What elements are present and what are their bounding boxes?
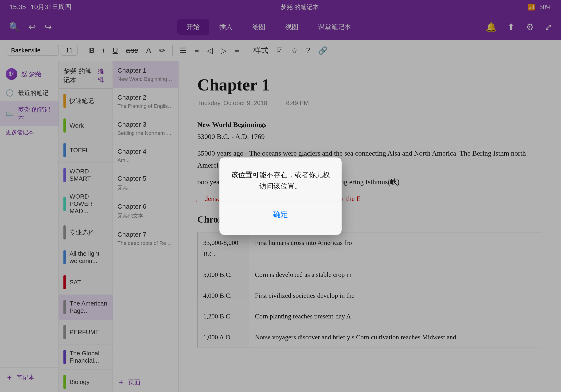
dialog-confirm-button[interactable]: 确定 xyxy=(231,204,330,225)
dialog-overlay: 该位置可能不存在，或者你无权访问该位置。 确定 xyxy=(0,0,561,392)
dialog-box: 该位置可能不存在，或者你无权访问该位置。 确定 xyxy=(219,157,342,235)
dialog-message: 该位置可能不存在，或者你无权访问该位置。 xyxy=(231,169,330,192)
dialog-divider xyxy=(219,201,342,201)
